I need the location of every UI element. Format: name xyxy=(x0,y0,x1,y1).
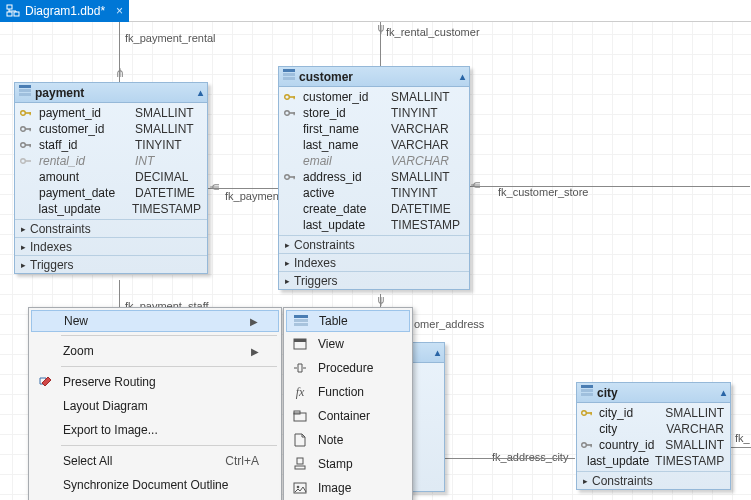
table-row: city_idSMALLINT xyxy=(577,405,730,421)
entity-header[interactable]: customer ▴ xyxy=(279,67,469,87)
column-name: last_name xyxy=(303,138,385,152)
menu-label: Synchronize Document Outline xyxy=(63,478,228,492)
relation-line xyxy=(445,458,575,459)
stamp-icon xyxy=(290,457,310,471)
entity-section[interactable]: ▸Constraints xyxy=(15,219,207,237)
submenu-item-stamp[interactable]: Stamp xyxy=(286,452,410,476)
svg-rect-19 xyxy=(283,77,295,80)
column-type: TIMESTAMP xyxy=(132,202,201,216)
note-icon xyxy=(290,433,310,447)
submenu-item-view[interactable]: View xyxy=(286,332,410,356)
menu-item-synchronize-document-outline[interactable]: Synchronize Document Outline xyxy=(31,473,279,497)
entity-section[interactable]: ▸Constraints xyxy=(577,471,730,489)
column-name: amount xyxy=(39,170,129,184)
submenu-item-procedure[interactable]: Procedure xyxy=(286,356,410,380)
fk-key-icon xyxy=(19,140,33,150)
expand-icon: ▸ xyxy=(21,260,26,270)
entity-header[interactable]: payment ▴ xyxy=(15,83,207,103)
submenu-arrow-icon: ▶ xyxy=(251,346,259,357)
submenu-item-function[interactable]: fxFunction xyxy=(286,380,410,404)
context-menu: New▶Zoom▶Preserve RoutingLayout DiagramE… xyxy=(28,307,282,500)
table-row: address_idSMALLINT xyxy=(279,169,469,185)
table-row: country_idSMALLINT xyxy=(577,437,730,453)
table-icon xyxy=(283,69,295,84)
entity-payment[interactable]: payment ▴ payment_idSMALLINTcustomer_idS… xyxy=(14,82,208,274)
svg-point-15 xyxy=(21,159,26,164)
table-row: amountDECIMAL xyxy=(15,169,207,185)
pk-key-icon xyxy=(581,408,593,418)
column-name: city xyxy=(599,422,660,436)
entity-section[interactable]: ▸Constraints xyxy=(279,235,469,253)
entity-section[interactable]: ▸Triggers xyxy=(15,255,207,273)
menu-item-new[interactable]: New▶ xyxy=(31,310,279,332)
svg-rect-0 xyxy=(7,5,12,9)
entity-header[interactable]: city ▴ xyxy=(577,383,730,403)
menu-item-layout-diagram[interactable]: Layout Diagram xyxy=(31,394,279,418)
svg-rect-3 xyxy=(19,85,31,88)
column-type: VARCHAR xyxy=(391,122,449,136)
column-name: rental_id xyxy=(39,154,129,168)
column-name: store_id xyxy=(303,106,385,120)
proc-icon xyxy=(290,362,310,374)
table-icon xyxy=(19,85,31,100)
column-name: active xyxy=(303,186,385,200)
entity-city[interactable]: city ▴ city_idSMALLINTcityVARCHARcountry… xyxy=(576,382,731,490)
column-name: address_id xyxy=(303,170,385,184)
submenu-item-image[interactable]: Image xyxy=(286,476,410,500)
menu-item-export-to-image-[interactable]: Export to Image... xyxy=(31,418,279,442)
submenu-item-table[interactable]: Table xyxy=(286,310,410,332)
svg-point-48 xyxy=(297,486,300,489)
collapse-icon[interactable]: ▴ xyxy=(721,387,726,398)
column-list: payment_idSMALLINTcustomer_idSMALLINTsta… xyxy=(15,103,207,219)
fk-key-icon xyxy=(581,440,593,450)
column-type: INT xyxy=(135,154,154,168)
svg-rect-45 xyxy=(297,458,303,464)
svg-rect-30 xyxy=(581,389,593,392)
menu-label: View xyxy=(318,337,344,351)
fk-label: fk_payment_rental xyxy=(125,32,216,44)
menu-item-preserve-routing[interactable]: Preserve Routing xyxy=(31,370,279,394)
collapse-icon[interactable]: ▴ xyxy=(460,71,465,82)
close-icon[interactable]: × xyxy=(116,4,123,18)
fk-label: fk_ xyxy=(735,432,750,444)
fk-label: omer_address xyxy=(414,318,484,330)
crowfoot-icon: ⋔ xyxy=(374,294,388,308)
entity-title: payment xyxy=(35,86,84,100)
fk-key-icon xyxy=(283,172,297,182)
column-type: TINYINT xyxy=(135,138,182,152)
svg-rect-37 xyxy=(591,444,592,447)
table-row: customer_idSMALLINT xyxy=(15,121,207,137)
file-tab[interactable]: Diagram1.dbd* × xyxy=(0,0,129,22)
entity-section[interactable]: ▸Triggers xyxy=(279,271,469,289)
entity-customer[interactable]: customer ▴ customer_idSMALLINTstore_idTI… xyxy=(278,66,470,290)
pk-key-icon xyxy=(283,92,297,102)
table-row: customer_idSMALLINT xyxy=(279,89,469,105)
section-label: Constraints xyxy=(30,222,91,236)
entity-section[interactable]: ▸Indexes xyxy=(279,253,469,271)
erd-canvas[interactable]: ⋔ fk_payment_rental ⋔ fk_rental_customer… xyxy=(0,22,751,500)
expand-icon: ▸ xyxy=(285,240,290,250)
column-name: create_date xyxy=(303,202,385,216)
menu-shortcut: Ctrl+A xyxy=(225,454,259,468)
section-label: Indexes xyxy=(30,240,72,254)
menu-label: Function xyxy=(318,385,364,399)
submenu-new: TableViewProcedurefxFunctionContainerNot… xyxy=(283,307,413,500)
section-label: Indexes xyxy=(294,256,336,270)
menu-item-select-all[interactable]: Select AllCtrl+A xyxy=(31,449,279,473)
table-row: emailVARCHAR xyxy=(279,153,469,169)
fk-label: fk_address_city xyxy=(492,451,568,463)
column-type: DECIMAL xyxy=(135,170,188,184)
fk-label: fk_rental_customer xyxy=(386,26,480,38)
submenu-item-container[interactable]: Container xyxy=(286,404,410,428)
menu-item-zoom[interactable]: Zoom▶ xyxy=(31,339,279,363)
svg-point-26 xyxy=(285,175,290,180)
table-row: staff_idTINYINT xyxy=(15,137,207,153)
column-type: TINYINT xyxy=(391,186,438,200)
svg-rect-17 xyxy=(283,69,295,72)
image-icon xyxy=(290,482,310,494)
svg-rect-38 xyxy=(294,315,308,318)
collapse-icon[interactable]: ▴ xyxy=(198,87,203,98)
collapse-icon[interactable]: ▴ xyxy=(435,347,440,358)
entity-section[interactable]: ▸Indexes xyxy=(15,237,207,255)
submenu-item-note[interactable]: Note xyxy=(286,428,410,452)
